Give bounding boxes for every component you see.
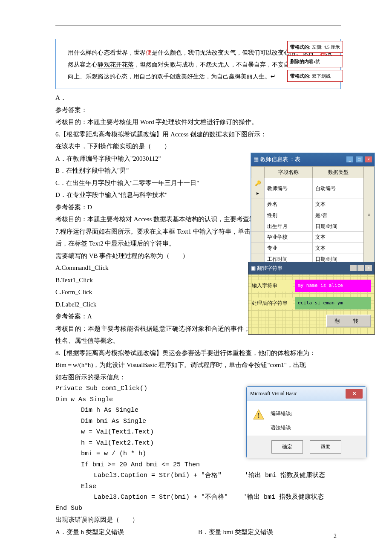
scrollbar[interactable]: ^ bbox=[364, 166, 375, 265]
text2-label: ecila si eman ym bbox=[295, 297, 371, 309]
q6-stem-1: 6.【根据零距离高考模拟卷试题改编】用 Access 创建的数据表如下图所示： bbox=[55, 128, 341, 141]
msgbox-text-2: 语法错误 bbox=[271, 423, 292, 433]
svg-text:!: ! bbox=[257, 412, 259, 419]
q8-stem-3: 如右图所示的提示信息： bbox=[55, 371, 341, 384]
q8-opt-b: B．变量 bmi 类型定义错误 bbox=[198, 526, 341, 538]
access-titlebar: ▦ 教师信息表 ：表 _ □ × bbox=[251, 153, 375, 166]
warning-icon: ! bbox=[253, 409, 265, 421]
vb-title-text: 翻转字符串 bbox=[257, 263, 282, 273]
vb-form-window: ▣ 翻转字符串 _ □ × 输入字符串 my name is alice 处理后… bbox=[248, 262, 375, 335]
option-a-row: A． bbox=[55, 92, 341, 104]
q8-opt-a: A．变量 h 类型定义错误 bbox=[55, 526, 198, 538]
primary-key-icon: 🔑▸ bbox=[251, 178, 265, 199]
comment-format-underline: 带格式的: 双下划线 bbox=[287, 70, 343, 82]
comment-format-left: 带格式的: 左侧: 4.5 厘米 bbox=[287, 41, 343, 53]
minimize-icon[interactable]: _ bbox=[346, 156, 353, 162]
col-datatype: 数据类型 bbox=[313, 166, 364, 178]
q8-question: 出现该错误的原因是（ ） bbox=[55, 514, 341, 526]
top-rule bbox=[55, 26, 341, 26]
maximize-icon[interactable]: □ bbox=[356, 156, 363, 162]
vb-label-input: 输入字符串 bbox=[252, 280, 293, 292]
page-number: 2 bbox=[334, 531, 337, 542]
table-row[interactable]: 姓名 bbox=[265, 199, 313, 210]
comment-deleted: 删除的内容:就 bbox=[287, 55, 343, 67]
table-row[interactable]: 专业 bbox=[265, 243, 313, 254]
access-design-grid: 字段名称数据类型^ 🔑▸教师编号自动编号 姓名文本 性别是/否 出生年月日期/时… bbox=[251, 166, 375, 265]
q6-stem-2: 在该表中，下列操作能实现的是（ ） bbox=[55, 140, 341, 153]
table-row[interactable]: 毕业学校 bbox=[265, 232, 313, 243]
table-row[interactable]: 出生年月 bbox=[265, 221, 313, 232]
table-row[interactable]: 性别 bbox=[265, 210, 313, 221]
revision-comments: 带格式的: 左侧: 4.5 厘米 删除的内容:就 带格式的: 双下划线 bbox=[287, 41, 343, 82]
table-row[interactable]: 教师编号 bbox=[265, 178, 313, 199]
vb-titlebar: ▣ 翻转字符串 _ □ × bbox=[248, 262, 375, 275]
access-title-text: 教师信息表 ：表 bbox=[260, 154, 300, 165]
msgbox-title-text: Microsoft Visual Basic bbox=[250, 389, 297, 399]
close-icon[interactable]: ✕ bbox=[346, 389, 363, 399]
close-icon[interactable]: × bbox=[365, 156, 372, 162]
vb-form-icon: ▣ bbox=[251, 263, 256, 273]
access-table-icon: ▦ bbox=[254, 154, 259, 165]
q8-stem-1: 8.【根据零距离高考模拟卷试题改编】奥运会参赛选手要进行体重检查，他们的体检标准… bbox=[55, 347, 341, 359]
minimize-icon[interactable]: _ bbox=[350, 265, 357, 271]
close-icon[interactable]: × bbox=[365, 265, 372, 271]
vb-label-output: 处理后的字符串 bbox=[252, 298, 293, 309]
help-button[interactable]: 帮助 bbox=[310, 440, 341, 454]
q5-purpose: 考核目的：本题主要考核使用 Word 字处理软件对文档进行修订的操作。 bbox=[55, 116, 341, 128]
text1-input[interactable]: my name is alice bbox=[295, 280, 371, 292]
q5-answer-label: 参考答案： bbox=[55, 104, 341, 116]
word-revision-box: 带格式的: 左侧: 4.5 厘米 删除的内容:就 带格式的: 双下划线 用什么样… bbox=[55, 39, 341, 89]
q8-stem-2: Bim＝w/(h*h)，为此设计 VisualBasic 程序如下。调试程序时，… bbox=[55, 359, 341, 371]
col-fieldname: 字段名称 bbox=[265, 166, 313, 178]
ok-button[interactable]: 确定 bbox=[271, 440, 303, 454]
access-table-window: ▦ 教师信息表 ：表 _ □ × 字段名称数据类型^ 🔑▸教师编号自动编号 姓名… bbox=[251, 153, 375, 266]
flip-button[interactable]: 翻 转 bbox=[326, 315, 371, 328]
vb-error-msgbox: Microsoft Visual Basic ✕ ! 编译错误; 语法错误 确定… bbox=[246, 386, 366, 458]
maximize-icon[interactable]: □ bbox=[357, 265, 364, 271]
msgbox-text-1: 编译错误; bbox=[271, 409, 292, 419]
msgbox-titlebar: Microsoft Visual Basic ✕ bbox=[247, 387, 366, 401]
